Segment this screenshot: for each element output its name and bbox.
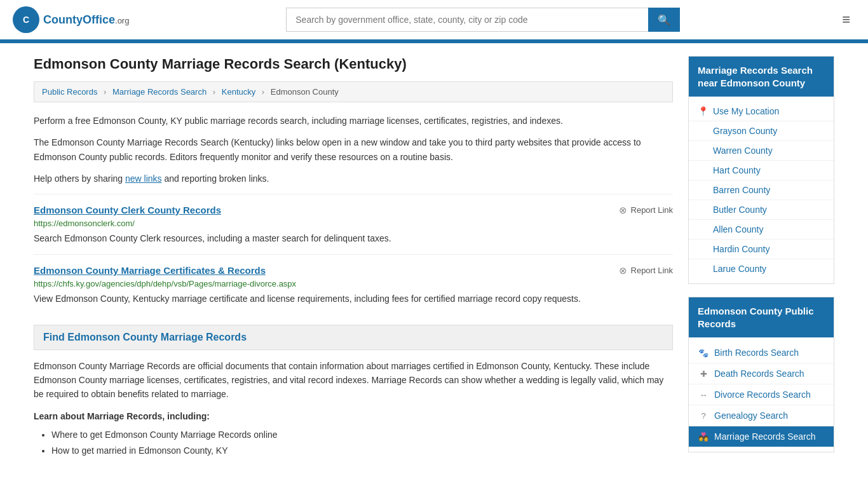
death-link[interactable]: Death Records Search	[714, 369, 804, 379]
search-button[interactable]: 🔍	[648, 8, 680, 32]
nearby-box-header: Marriage Records Search near Edmonson Co…	[689, 57, 834, 97]
result-item-1: Edmonson County Clerk County Records ⊗ R…	[34, 194, 673, 252]
description-1: Perform a free Edmonson County, KY publi…	[34, 114, 673, 128]
result-desc-1: Search Edmonson County Clerk resources, …	[34, 232, 673, 245]
report-link-label-2: Report Link	[631, 266, 673, 275]
result-url-1: https://edmonsonclerk.com/	[34, 219, 673, 228]
find-section-header: Find Edmonson County Marriage Records	[34, 325, 673, 350]
bullet-2: How to get married in Edmonson County, K…	[51, 443, 673, 459]
learn-bullets: Where to get Edmonson County Marriage Re…	[34, 427, 673, 459]
divorce-icon: ↔	[698, 390, 709, 400]
public-records-box: Edmonson County Public Records 🐾 Birth R…	[688, 297, 834, 452]
pr-death[interactable]: ✚ Death Records Search	[689, 363, 834, 384]
bullet-1: Where to get Edmonson County Marriage Re…	[51, 427, 673, 443]
warren-link[interactable]: Warren County	[713, 146, 773, 156]
logo-text: CountyOffice.org	[43, 13, 129, 27]
allen-link[interactable]: Allen County	[713, 224, 763, 234]
barren-link[interactable]: Barren County	[713, 185, 770, 195]
search-area: 🔍	[286, 8, 680, 32]
public-records-body: 🐾 Birth Records Search ✚ Death Records S…	[689, 337, 834, 452]
menu-button[interactable]: ≡	[837, 9, 855, 30]
learn-label: Learn about Marriage Records, including:	[34, 409, 673, 423]
search-icon: 🔍	[658, 14, 670, 26]
breadcrumb-current: Edmonson County	[271, 87, 339, 97]
nearby-box-body: 📍 Use My Location Grayson County Warren …	[689, 97, 834, 283]
nearby-larue[interactable]: Larue County	[689, 259, 834, 278]
result-item-2: Edmonson County Marriage Certificates & …	[34, 254, 673, 312]
nearby-grayson[interactable]: Grayson County	[689, 121, 834, 141]
description-3: Help others by sharing new links and rep…	[34, 172, 673, 186]
logo-icon: C	[13, 6, 39, 33]
report-icon-1: ⊗	[619, 205, 627, 216]
marriage-icon: 💑	[698, 432, 709, 442]
site-header: C CountyOffice.org 🔍 ≡	[0, 0, 868, 41]
butler-link[interactable]: Butler County	[713, 205, 767, 215]
larue-link[interactable]: Larue County	[713, 264, 766, 274]
use-my-location[interactable]: 📍 Use My Location	[689, 102, 834, 121]
result-title-2[interactable]: Edmonson County Marriage Certificates & …	[34, 265, 266, 276]
pr-marriage[interactable]: 💑 Marriage Records Search	[689, 426, 834, 447]
main-content: Edmonson County Marriage Records Search …	[34, 56, 673, 465]
nearby-butler[interactable]: Butler County	[689, 200, 834, 220]
nearby-hart[interactable]: Hart County	[689, 161, 834, 180]
report-link-2[interactable]: ⊗ Report Link	[619, 265, 673, 276]
page-title: Edmonson County Marriage Records Search …	[34, 56, 673, 72]
result-desc-2: View Edmonson County, Kentucky marriage …	[34, 292, 673, 306]
grayson-link[interactable]: Grayson County	[713, 126, 777, 136]
description-2: The Edmonson County Marriage Records Sea…	[34, 135, 673, 164]
header-right: ≡	[837, 9, 855, 30]
breadcrumb-marriage-records[interactable]: Marriage Records Search	[112, 87, 207, 97]
logo-area: C CountyOffice.org	[13, 6, 129, 33]
nearby-hardin[interactable]: Hardin County	[689, 240, 834, 259]
pr-birth[interactable]: 🐾 Birth Records Search	[689, 342, 834, 363]
pr-divorce[interactable]: ↔ Divorce Records Search	[689, 384, 834, 405]
birth-link[interactable]: Birth Records Search	[714, 348, 799, 358]
marriage-link[interactable]: Marriage Records Search	[714, 431, 816, 442]
use-location-link[interactable]: Use My Location	[713, 106, 779, 116]
svg-text:C: C	[23, 15, 29, 25]
find-section-body: Edmonson County Marriage Records are off…	[34, 359, 673, 402]
location-icon: 📍	[698, 106, 708, 116]
report-link-label-1: Report Link	[631, 205, 673, 215]
report-link-1[interactable]: ⊗ Report Link	[619, 205, 673, 216]
hardin-link[interactable]: Hardin County	[713, 244, 770, 254]
genealogy-link[interactable]: Genealogy Search	[714, 410, 788, 421]
death-icon: ✚	[698, 369, 709, 379]
nearby-allen[interactable]: Allen County	[689, 220, 834, 240]
nearby-barren[interactable]: Barren County	[689, 180, 834, 200]
main-container: Edmonson County Marriage Records Search …	[21, 43, 847, 465]
result-url-2: https://chfs.ky.gov/agencies/dph/dehp/vs…	[34, 279, 673, 288]
search-input[interactable]	[286, 8, 648, 32]
public-records-header: Edmonson County Public Records	[689, 297, 834, 337]
hart-link[interactable]: Hart County	[713, 165, 761, 175]
menu-icon: ≡	[842, 11, 850, 27]
divorce-link[interactable]: Divorce Records Search	[714, 390, 811, 400]
breadcrumb: Public Records › Marriage Records Search…	[34, 81, 673, 102]
nearby-box: Marriage Records Search near Edmonson Co…	[688, 56, 834, 284]
new-links-link[interactable]: new links	[125, 173, 162, 184]
nearby-warren[interactable]: Warren County	[689, 141, 834, 161]
breadcrumb-kentucky[interactable]: Kentucky	[222, 87, 255, 97]
result-title-1[interactable]: Edmonson County Clerk County Records	[34, 205, 221, 215]
breadcrumb-public-records[interactable]: Public Records	[42, 87, 97, 97]
report-icon-2: ⊗	[619, 265, 627, 276]
birth-icon: 🐾	[698, 348, 709, 358]
pr-genealogy[interactable]: ? Genealogy Search	[689, 405, 834, 426]
sidebar: Marriage Records Search near Edmonson Co…	[688, 56, 834, 465]
genealogy-icon: ?	[698, 411, 709, 421]
